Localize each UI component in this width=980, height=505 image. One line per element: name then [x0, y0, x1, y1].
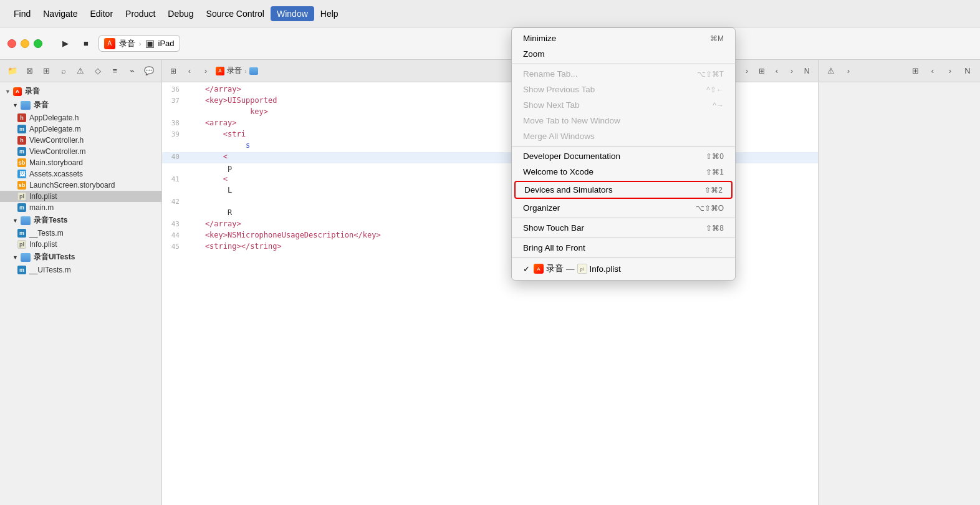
menu-welcome-xcode[interactable]: Welcome to Xcode ⇧⌘1 [512, 164, 735, 180]
separator-4 [512, 238, 735, 238]
menu-zoom[interactable]: Zoom [512, 46, 735, 62]
menu-devices-simulators-label: Devices and Simulators [524, 185, 613, 195]
menu-minimize-shortcut: ⌘M [710, 34, 724, 43]
menu-move-tab-label: Move Tab to New Window [523, 116, 620, 125]
window-dropdown-menu: Minimize ⌘M Zoom Rename Tab... ⌥⇧⌘T Show… [511, 27, 736, 281]
menu-touch-bar-shortcut: ⇧⌘8 [706, 224, 724, 233]
menu-bring-front-label: Bring All to Front [523, 243, 585, 252]
menu-touch-bar-label: Show Touch Bar [523, 223, 584, 233]
menu-workspace-file: Info.plist [590, 264, 621, 274]
menu-check-icon: ✓ [523, 264, 530, 274]
workspace-icon: A [534, 264, 544, 274]
menu-dev-docs-label: Developer Documentation [523, 152, 620, 161]
menu-merge-windows-label: Merge All Windows [523, 132, 595, 141]
menu-overlay: Minimize ⌘M Zoom Rename Tab... ⌥⇧⌘T Show… [0, 0, 980, 505]
menu-organizer-label: Organizer [523, 203, 560, 213]
menu-merge-windows[interactable]: Merge All Windows [512, 128, 735, 144]
menu-rename-tab[interactable]: Rename Tab... ⌥⇧⌘T [512, 66, 735, 82]
menu-minimize[interactable]: Minimize ⌘M [512, 31, 735, 46]
separator-3 [512, 218, 735, 218]
menu-workspace-dash: — [566, 264, 575, 274]
menu-rename-tab-label: Rename Tab... [523, 69, 578, 79]
menu-dev-docs-shortcut: ⇧⌘0 [706, 152, 724, 161]
separator-1 [512, 64, 735, 64]
menu-workspace-item[interactable]: ✓ A 录音 — pl Info.plist [512, 260, 735, 277]
menu-workspace-label: 录音 [546, 263, 564, 274]
menu-organizer-shortcut: ⌥⇧⌘O [696, 204, 724, 213]
menu-organizer[interactable]: Organizer ⌥⇧⌘O [512, 200, 735, 216]
menu-devices-simulators-shortcut: ⇧⌘2 [704, 186, 723, 195]
separator-2 [512, 146, 735, 147]
menu-minimize-label: Minimize [523, 34, 556, 43]
menu-next-tab-shortcut: ^→ [713, 101, 724, 110]
menu-dev-docs[interactable]: Developer Documentation ⇧⌘0 [512, 148, 735, 164]
menu-prev-tab-label: Show Previous Tab [523, 85, 595, 94]
menu-next-tab-label: Show Next Tab [523, 100, 580, 110]
menu-touch-bar[interactable]: Show Touch Bar ⇧⌘8 [512, 220, 735, 236]
menu-rename-tab-shortcut: ⌥⇧⌘T [697, 70, 724, 79]
menu-prev-tab[interactable]: Show Previous Tab ^⇧← [512, 82, 735, 97]
plist-icon-workspace: pl [577, 264, 587, 274]
menu-zoom-label: Zoom [523, 49, 545, 59]
menu-prev-tab-shortcut: ^⇧← [706, 85, 724, 94]
menu-welcome-xcode-label: Welcome to Xcode [523, 167, 593, 176]
menu-next-tab[interactable]: Show Next Tab ^→ [512, 97, 735, 113]
menu-move-tab[interactable]: Move Tab to New Window [512, 113, 735, 128]
menu-bring-front[interactable]: Bring All to Front [512, 240, 735, 256]
separator-5 [512, 257, 735, 258]
menu-welcome-xcode-shortcut: ⇧⌘1 [706, 168, 724, 176]
menu-devices-simulators[interactable]: Devices and Simulators ⇧⌘2 [514, 181, 733, 199]
